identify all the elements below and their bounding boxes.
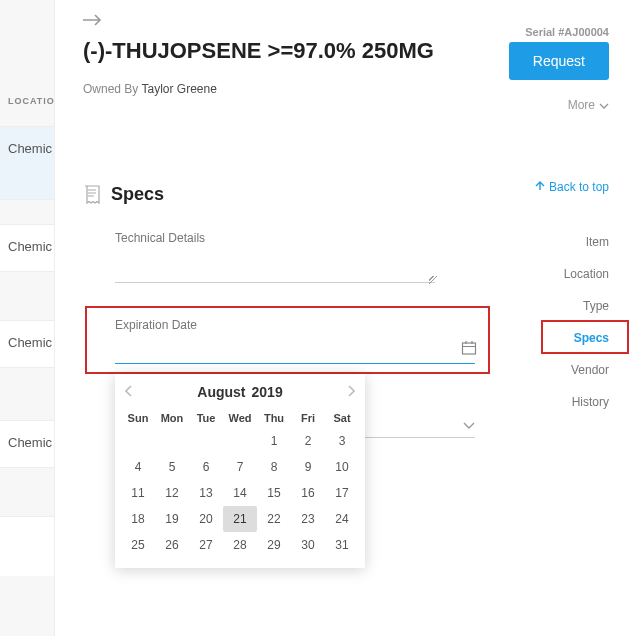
technical-details-label: Technical Details (115, 231, 497, 245)
calendar-day[interactable]: 10 (325, 454, 359, 480)
calendar-empty (155, 428, 189, 454)
calendar-day[interactable]: 18 (121, 506, 155, 532)
calendar-day[interactable]: 21 (223, 506, 257, 532)
nav-item-specs[interactable]: Specs (564, 322, 609, 354)
calendar-day[interactable]: 30 (291, 532, 325, 558)
calendar-day[interactable]: 8 (257, 454, 291, 480)
list-item[interactable]: Chemic (0, 126, 54, 200)
expiration-input[interactable] (115, 340, 475, 364)
page-title: (-)-THUJOPSENE >=97.0% 250MG (83, 38, 434, 64)
calendar-year: 2019 (252, 384, 283, 400)
calendar-day[interactable]: 9 (291, 454, 325, 480)
owner-link[interactable]: Taylor Greene (141, 82, 216, 96)
weekday-header: Sun (121, 408, 155, 428)
owned-by-label: Owned By (83, 82, 138, 96)
calendar-day[interactable]: 20 (189, 506, 223, 532)
section-nav: ItemLocationTypeSpecsVendorHistory (564, 226, 609, 418)
receipt-icon (83, 185, 101, 205)
calendar-grid: SunMonTueWedThuFriSat1234567891011121314… (121, 408, 359, 558)
main-panel: Serial #AJ00004 (-)-THUJOPSENE >=97.0% 2… (55, 0, 637, 636)
svg-rect-0 (463, 343, 476, 354)
weekday-header: Fri (291, 408, 325, 428)
calendar-day[interactable]: 23 (291, 506, 325, 532)
weekday-header: Thu (257, 408, 291, 428)
calendar-empty (121, 428, 155, 454)
nav-item-location[interactable]: Location (564, 258, 609, 290)
nav-item-history[interactable]: History (564, 386, 609, 418)
weekday-header: Mon (155, 408, 189, 428)
calendar-day[interactable]: 4 (121, 454, 155, 480)
calendar-day[interactable]: 27 (189, 532, 223, 558)
calendar-day[interactable]: 26 (155, 532, 189, 558)
arrow-up-icon (535, 180, 545, 194)
list-item[interactable]: Chemic (0, 420, 54, 468)
calendar-day[interactable]: 24 (325, 506, 359, 532)
calendar-day[interactable]: 28 (223, 532, 257, 558)
weekday-header: Tue (189, 408, 223, 428)
technical-details-input[interactable] (115, 269, 435, 283)
next-month-button[interactable] (347, 384, 355, 400)
calendar-day[interactable]: 16 (291, 480, 325, 506)
calendar-day[interactable]: 6 (189, 454, 223, 480)
list-item[interactable] (0, 516, 54, 576)
calendar-day[interactable]: 11 (121, 480, 155, 506)
specs-heading: Specs (111, 184, 164, 205)
back-to-top[interactable]: Back to top (535, 180, 609, 194)
calendar-day[interactable]: 7 (223, 454, 257, 480)
left-sidebar: LOCATIO Chemic Chemic Chemic Chemic (0, 0, 55, 636)
calendar-empty (189, 428, 223, 454)
specs-section: Back to top Specs Technical Details (83, 184, 497, 283)
calendar-title: August2019 (197, 384, 282, 400)
calendar-day[interactable]: 29 (257, 532, 291, 558)
nav-item-item[interactable]: Item (564, 226, 609, 258)
list-item[interactable]: Chemic (0, 224, 54, 272)
nav-item-vendor[interactable]: Vendor (564, 354, 609, 386)
calendar-day[interactable]: 1 (257, 428, 291, 454)
serial-number: Serial #AJ00004 (525, 26, 609, 38)
calendar-empty (223, 428, 257, 454)
weekday-header: Wed (223, 408, 257, 428)
arrow-right-icon[interactable] (83, 14, 103, 26)
calendar-day[interactable]: 14 (223, 480, 257, 506)
calendar-day[interactable]: 3 (325, 428, 359, 454)
calendar-day[interactable]: 17 (325, 480, 359, 506)
calendar-day[interactable]: 5 (155, 454, 189, 480)
calendar-day[interactable]: 22 (257, 506, 291, 532)
nav-item-type[interactable]: Type (564, 290, 609, 322)
calendar-day[interactable]: 12 (155, 480, 189, 506)
calendar-day[interactable]: 31 (325, 532, 359, 558)
calendar-day[interactable]: 2 (291, 428, 325, 454)
chevron-down-icon (599, 98, 609, 112)
request-button[interactable]: Request (509, 42, 609, 80)
calendar-icon[interactable] (461, 340, 477, 360)
weekday-header: Sat (325, 408, 359, 428)
chevron-down-icon (463, 416, 475, 434)
calendar-day[interactable]: 19 (155, 506, 189, 532)
date-picker: August2019 SunMonTueWedThuFriSat12345678… (115, 374, 365, 568)
owned-by: Owned By Taylor Greene (83, 82, 217, 96)
sidebar-header: LOCATIO (8, 96, 55, 106)
more-label: More (568, 98, 595, 112)
list-item[interactable]: Chemic (0, 320, 54, 368)
expiration-label: Expiration Date (115, 318, 197, 332)
more-toggle[interactable]: More (568, 98, 609, 112)
calendar-day[interactable]: 13 (189, 480, 223, 506)
calendar-day[interactable]: 15 (257, 480, 291, 506)
calendar-day[interactable]: 25 (121, 532, 155, 558)
back-to-top-label: Back to top (549, 180, 609, 194)
prev-month-button[interactable] (125, 384, 133, 400)
calendar-month: August (197, 384, 245, 400)
